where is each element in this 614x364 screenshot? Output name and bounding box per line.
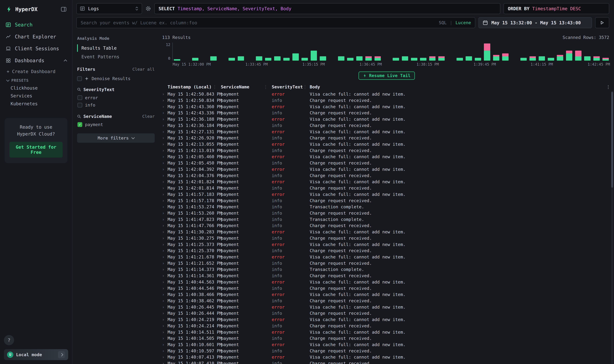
row-expand-icon[interactable]: › xyxy=(162,155,168,159)
row-expand-icon[interactable]: › xyxy=(162,173,168,178)
histogram-bar[interactable] xyxy=(375,56,381,61)
filter-option[interactable]: info xyxy=(77,101,155,109)
histogram-bar[interactable] xyxy=(584,56,590,61)
table-row[interactable]: ›May 15 1:42:27.131 PMpaymenterrorVisa c… xyxy=(159,129,614,135)
table-row[interactable]: ›May 15 1:42:43.360 PMpaymenterrorVisa c… xyxy=(159,104,614,110)
histogram-bar[interactable] xyxy=(520,58,527,61)
row-expand-icon[interactable]: › xyxy=(162,230,168,234)
denoise-results-option[interactable]: Denoise Results xyxy=(77,76,155,81)
checkbox[interactable]: ✓ xyxy=(78,122,82,127)
table-row[interactable]: ›May 15 1:41:57.178 PMpaymentinfoCharge … xyxy=(159,197,614,204)
histogram-bar[interactable] xyxy=(575,51,582,61)
histogram-bar[interactable] xyxy=(274,56,281,61)
row-expand-icon[interactable]: › xyxy=(162,117,168,121)
histogram-bar[interactable] xyxy=(493,55,499,61)
table-row[interactable]: ›May 15 1:40:14.511 PMpaymenterrorVisa c… xyxy=(159,329,614,335)
histogram-bar[interactable] xyxy=(347,58,353,61)
table-row[interactable]: ›May 15 1:40:07.413 PMpaymenterrorVisa c… xyxy=(159,354,614,360)
table-row[interactable]: ›May 15 1:40:24.219 PMpaymenterrorVisa c… xyxy=(159,316,614,323)
row-expand-icon[interactable]: › xyxy=(162,198,168,203)
row-expand-icon[interactable]: › xyxy=(162,148,168,153)
row-expand-icon[interactable]: › xyxy=(162,98,168,103)
table-options-icon[interactable]: ⋮ xyxy=(606,84,610,90)
row-expand-icon[interactable]: › xyxy=(162,161,168,165)
row-expand-icon[interactable]: › xyxy=(162,130,168,134)
row-expand-icon[interactable]: › xyxy=(162,236,168,240)
table-row[interactable]: ›May 15 1:42:05.460 PMpaymenterrorVisa c… xyxy=(159,154,614,160)
select-clause-input[interactable]: SELECT Timestamp, ServiceName, SeverityT… xyxy=(154,3,500,14)
time-range-picker[interactable]: May 15 13:32:00 - May 15 13:43:00 xyxy=(478,17,592,28)
table-row[interactable]: ›May 15 1:42:43.336 PMpaymentinfoCharge … xyxy=(159,110,614,116)
histogram-bar[interactable] xyxy=(466,56,472,61)
histogram-bar[interactable] xyxy=(256,56,262,61)
row-expand-icon[interactable]: › xyxy=(162,336,168,340)
mode-results-table[interactable]: Results Table xyxy=(77,44,155,52)
histogram-bar[interactable] xyxy=(529,56,536,61)
histogram-bar[interactable] xyxy=(566,51,573,61)
table-row[interactable]: ›May 15 1:41:21.652 PMpaymentinfoCharge … xyxy=(159,260,614,266)
table-row[interactable]: ›May 15 1:40:26.445 PMpaymenterrorVisa c… xyxy=(159,304,614,310)
create-dashboard-link[interactable]: + Create Dashboard xyxy=(0,66,72,76)
table-row[interactable]: ›May 15 1:42:13.019 PMpaymentinfoCharge … xyxy=(159,147,614,154)
histogram-bar[interactable] xyxy=(602,58,609,61)
histogram-bar[interactable] xyxy=(301,58,308,61)
histogram-bar[interactable] xyxy=(174,59,180,61)
table-row[interactable]: ›May 15 1:40:10.601 PMpaymenterrorVisa c… xyxy=(159,341,614,348)
row-expand-icon[interactable]: › xyxy=(162,349,168,353)
table-row[interactable]: ›May 15 1:41:53.260 PMpaymentinfoCharge … xyxy=(159,210,614,216)
row-expand-icon[interactable]: › xyxy=(162,311,168,315)
row-expand-icon[interactable]: › xyxy=(162,104,168,109)
mode-event-patterns[interactable]: Event Patterns xyxy=(77,53,155,61)
row-expand-icon[interactable]: › xyxy=(162,211,168,215)
preset-item[interactable]: Clickhouse xyxy=(0,84,72,92)
table-row[interactable]: ›May 15 1:41:47.823 PMpaymentinfoTransac… xyxy=(159,216,614,222)
table-row[interactable]: ›May 15 1:42:01.814 PMpaymentinfoCharge … xyxy=(159,185,614,191)
table-row[interactable]: ›May 15 1:41:30.283 PMpaymenterrorVisa c… xyxy=(159,229,614,235)
histogram-bar[interactable] xyxy=(265,58,272,61)
column-resize-handle[interactable]: ⋮ xyxy=(303,84,307,90)
table-row[interactable]: ›May 15 1:42:05.450 PMpaymentinfoCharge … xyxy=(159,160,614,166)
row-expand-icon[interactable]: › xyxy=(162,142,168,146)
table-row[interactable]: ›May 15 1:41:25.370 PMpaymentinfoCharge … xyxy=(159,247,614,254)
checkbox[interactable] xyxy=(77,76,82,81)
row-expand-icon[interactable]: › xyxy=(162,324,168,328)
run-query-button[interactable] xyxy=(595,17,609,28)
table-row[interactable]: ›May 15 1:40:26.444 PMpaymentinfoCharge … xyxy=(159,310,614,316)
row-expand-icon[interactable]: › xyxy=(162,167,168,171)
histogram-bar[interactable] xyxy=(338,56,344,61)
table-row[interactable]: ›May 15 1:42:01.824 PMpaymenterrorVisa c… xyxy=(159,179,614,185)
table-row[interactable]: ›May 15 1:42:26.920 PMpaymentinfoCharge … xyxy=(159,135,614,141)
source-select[interactable]: Logs xyxy=(76,3,142,14)
table-row[interactable]: ›May 15 1:40:10.597 PMpaymentinfoCharge … xyxy=(159,348,614,354)
get-started-button[interactable]: Get Started for Free xyxy=(10,142,63,158)
sidebar-item-chart-explorer[interactable]: Chart Explorer xyxy=(0,31,72,43)
histogram-bar[interactable] xyxy=(229,58,235,61)
row-expand-icon[interactable]: › xyxy=(162,180,168,184)
row-expand-icon[interactable]: › xyxy=(162,248,168,253)
table-row[interactable]: ›May 15 1:41:53.274 PMpaymentinfoTransac… xyxy=(159,204,614,210)
histogram-bar[interactable] xyxy=(593,56,600,61)
row-expand-icon[interactable]: › xyxy=(162,286,168,291)
histogram-bar[interactable] xyxy=(484,43,490,61)
row-expand-icon[interactable]: › xyxy=(162,223,168,228)
row-expand-icon[interactable]: › xyxy=(162,111,168,115)
histogram-bar[interactable] xyxy=(475,58,481,61)
histogram-bar[interactable] xyxy=(365,56,372,61)
histogram-bar[interactable] xyxy=(438,56,445,61)
table-row[interactable]: ›May 15 1:41:21.678 PMpaymenterrorVisa c… xyxy=(159,254,614,260)
histogram-bar[interactable] xyxy=(457,58,463,61)
row-expand-icon[interactable]: › xyxy=(162,305,168,309)
scrollbar-thumb[interactable] xyxy=(611,92,613,188)
row-expand-icon[interactable]: › xyxy=(162,186,168,190)
histogram-bar[interactable] xyxy=(238,56,244,61)
histogram-bar[interactable] xyxy=(557,55,563,61)
row-expand-icon[interactable]: › xyxy=(162,217,168,222)
source-settings-gear-icon[interactable] xyxy=(145,6,151,12)
histogram-bar[interactable] xyxy=(283,58,290,61)
histogram-bar[interactable] xyxy=(311,51,317,61)
row-expand-icon[interactable]: › xyxy=(162,123,168,128)
help-button[interactable]: ? xyxy=(4,335,14,345)
histogram-bar[interactable] xyxy=(210,56,217,61)
sidebar-item-search[interactable]: Search xyxy=(0,19,72,31)
presets-toggle[interactable]: PRESETS xyxy=(0,76,72,84)
